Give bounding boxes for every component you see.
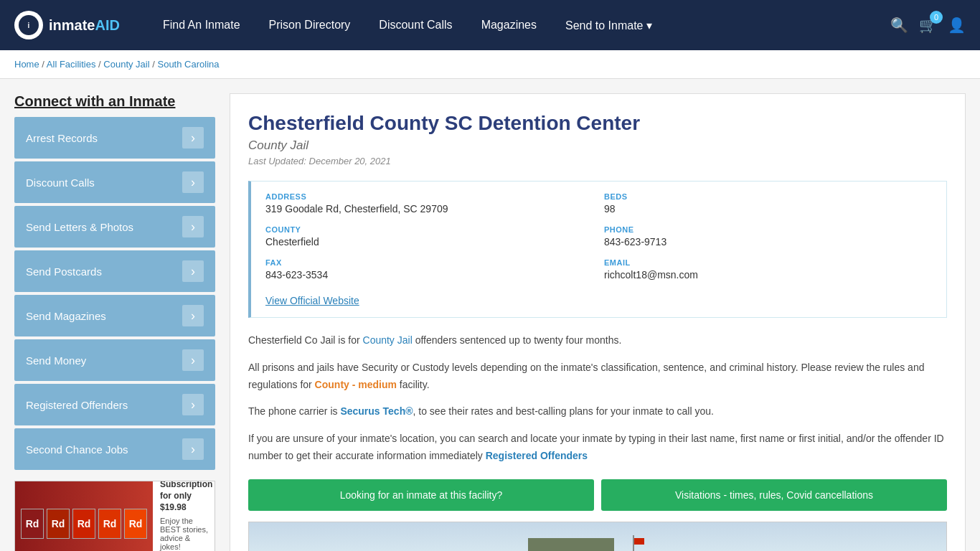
photo-building [528, 538, 614, 551]
arrow-icon: › [182, 394, 204, 415]
sidebar-item-send-money[interactable]: Send Money › [14, 339, 215, 381]
desc-para-4: If you are unsure of your inmate's locat… [248, 430, 947, 465]
fax-value: 843-623-3534 [265, 269, 328, 281]
sidebar-item-send-letters[interactable]: Send Letters & Photos › [14, 206, 215, 248]
beds-field: BEDS 98 [604, 192, 932, 215]
address-value: 319 Goodale Rd, Chesterfield, SC 29709 [265, 203, 448, 215]
sidebar-label: Send Letters & Photos [26, 221, 133, 233]
logo[interactable]: i inmateAID [14, 11, 120, 39]
desc-para-1: Chesterfield Co Jail is for County Jail … [248, 332, 947, 349]
facility-photo [248, 522, 947, 551]
breadcrumb-home[interactable]: Home [14, 59, 39, 70]
phone-value: 843-623-9713 [604, 236, 666, 248]
main-nav: Find An Inmate Prison Directory Discount… [149, 0, 890, 50]
facility-content: Chesterfield County SC Detention Center … [230, 93, 966, 551]
nav-send-to-inmate[interactable]: Send to Inmate ▾ [551, 0, 666, 50]
email-value: richcolt18@msn.com [604, 269, 698, 281]
facility-description: Chesterfield Co Jail is for County Jail … [248, 332, 947, 465]
facility-title: Chesterfield County SC Detention Center [248, 112, 947, 135]
fax-label: FAX [265, 258, 593, 267]
cart-badge: 0 [930, 11, 943, 24]
main-container: Connect with an Inmate Arrest Records › … [0, 79, 980, 551]
cart-button[interactable]: 🛒 0 [919, 17, 937, 34]
phone-field: PHONE 843-623-9713 [604, 225, 932, 248]
header-icons: 🔍 🛒 0 👤 [890, 17, 966, 34]
sidebar-label: Arrest Records [26, 132, 98, 144]
breadcrumb: Home / All Facilities / County Jail / So… [0, 50, 980, 79]
mag-cover-4: Rd [98, 509, 121, 539]
facility-type: County Jail [248, 138, 947, 153]
ad-banner: Rd Rd Rd Rd Rd 1 Year Sub [14, 481, 215, 551]
view-official-link[interactable]: View Official Website [265, 295, 359, 306]
arrow-icon: › [182, 216, 204, 237]
sidebar-item-registered-offenders[interactable]: Registered Offenders › [14, 384, 215, 425]
sidebar-item-second-chance-jobs[interactable]: Second Chance Jobs › [14, 428, 215, 470]
sidebar-menu: Arrest Records › Discount Calls › Send L… [14, 117, 215, 470]
breadcrumb-south-carolina[interactable]: South Carolina [157, 59, 219, 70]
county-label: COUNTY [265, 225, 593, 234]
phone-label: PHONE [604, 225, 932, 234]
sidebar-label: Second Chance Jobs [26, 443, 128, 456]
registered-offenders-link[interactable]: Registered Offenders [486, 450, 588, 461]
logo-icon: i [14, 11, 43, 39]
ad-headline: 1 Year Subscription for only $19.98 [160, 481, 212, 513]
mag-cover-5: Rd [124, 509, 147, 539]
sidebar-item-send-magazines[interactable]: Send Magazines › [14, 295, 215, 336]
desc-para-3: The phone carrier is Securus Tech®, to s… [248, 403, 947, 420]
address-label: ADDRESS [265, 192, 593, 201]
sidebar-label: Send Money [26, 354, 86, 367]
county-field: COUNTY Chesterfield [265, 225, 593, 248]
address-field: ADDRESS 319 Goodale Rd, Chesterfield, SC… [265, 192, 593, 215]
nav-discount-calls[interactable]: Discount Calls [364, 0, 466, 50]
sidebar-title: Connect with an Inmate [14, 93, 215, 110]
action-buttons: Looking for an inmate at this facility? … [248, 479, 947, 511]
user-button[interactable]: 👤 [948, 17, 966, 34]
nav-prison-directory[interactable]: Prison Directory [255, 0, 365, 50]
ad-text-area: 1 Year Subscription for only $19.98 Enjo… [153, 481, 215, 551]
breadcrumb-county-jail[interactable]: County Jail [103, 59, 149, 70]
info-grid: ADDRESS 319 Goodale Rd, Chesterfield, SC… [248, 181, 947, 318]
county-medium-link[interactable]: County - medium [315, 379, 397, 390]
find-inmate-button[interactable]: Looking for an inmate at this facility? [248, 479, 594, 511]
nav-magazines[interactable]: Magazines [467, 0, 551, 50]
sidebar: Connect with an Inmate Arrest Records › … [14, 93, 215, 551]
beds-value: 98 [604, 203, 616, 215]
arrow-icon: › [182, 171, 204, 193]
mag-cover-2: Rd [47, 509, 70, 539]
sidebar-label: Send Postcards [26, 265, 102, 278]
ad-content: Rd Rd Rd Rd Rd 1 Year Sub [15, 481, 215, 551]
photo-flag [634, 538, 644, 545]
arrow-icon: › [182, 127, 204, 149]
arrow-icon: › [182, 260, 204, 282]
arrow-icon: › [182, 305, 204, 326]
ad-magazines: Rd Rd Rd Rd Rd [15, 481, 153, 551]
header: i inmateAID Find An Inmate Prison Direct… [0, 0, 980, 50]
sidebar-item-discount-calls[interactable]: Discount Calls › [14, 161, 215, 203]
view-official-link-container: View Official Website [265, 295, 932, 306]
fax-field: FAX 843-623-3534 [265, 258, 593, 281]
county-jail-link[interactable]: County Jail [363, 334, 413, 346]
email-label: EMAIL [604, 258, 932, 267]
ad-subtext: Enjoy the BEST stories, advice & jokes! [160, 517, 212, 551]
sidebar-item-arrest-records[interactable]: Arrest Records › [14, 117, 215, 159]
breadcrumb-all-facilities[interactable]: All Facilities [47, 59, 96, 70]
email-field: EMAIL richcolt18@msn.com [604, 258, 932, 281]
search-button[interactable]: 🔍 [890, 17, 908, 34]
arrow-icon: › [182, 438, 204, 460]
sidebar-item-send-postcards[interactable]: Send Postcards › [14, 250, 215, 292]
visitations-button[interactable]: Visitations - times, rules, Covid cancel… [601, 479, 947, 511]
arrow-icon: › [182, 349, 204, 371]
desc-para-2: All prisons and jails have Security or C… [248, 359, 947, 394]
mag-cover-3: Rd [72, 509, 95, 539]
logo-text: inmateAID [49, 17, 120, 34]
beds-label: BEDS [604, 192, 932, 201]
securus-link[interactable]: Securus Tech® [340, 405, 413, 417]
sidebar-label: Registered Offenders [26, 399, 128, 411]
sidebar-label: Send Magazines [26, 310, 106, 322]
county-value: Chesterfield [265, 236, 319, 248]
sidebar-label: Discount Calls [26, 176, 95, 189]
mag-cover-1: Rd [21, 509, 44, 539]
facility-updated: Last Updated: December 20, 2021 [248, 156, 947, 166]
nav-find-inmate[interactable]: Find An Inmate [149, 0, 255, 50]
svg-text:i: i [28, 22, 30, 29]
